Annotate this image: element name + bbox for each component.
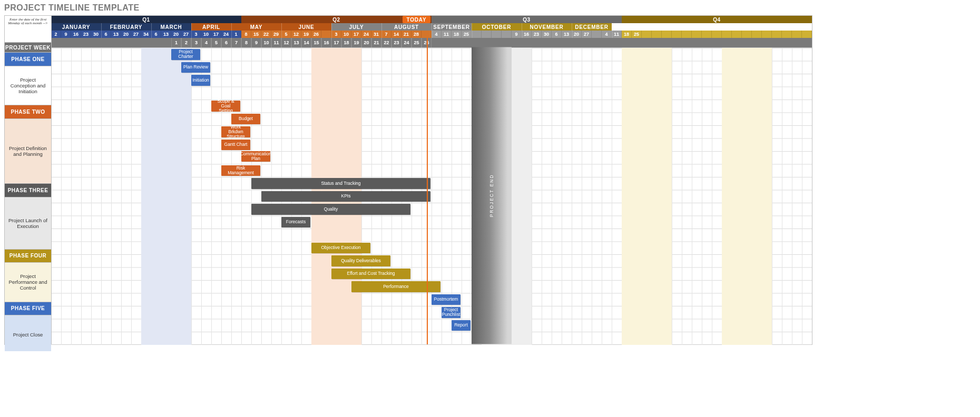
day-cell <box>732 31 742 38</box>
day-cell <box>662 31 672 38</box>
week-number: 11 <box>271 38 281 47</box>
day-cell: 27 <box>181 31 191 38</box>
month-shade <box>622 48 672 345</box>
day-cell <box>321 31 331 38</box>
task-bar: Effort and Cost Tracking <box>331 269 410 280</box>
day-cell <box>672 31 682 38</box>
task-bar: Initiation <box>191 75 210 86</box>
month-october: OCTOBER <box>472 23 522 31</box>
phase-desc: Project Close <box>5 315 51 351</box>
timeline-grid: Q1Q2Q3Q4 JANUARYFEBRUARYMARCHAPRILMAYJUN… <box>51 16 812 344</box>
timeline-header: Q1Q2Q3Q4 JANUARYFEBRUARYMARCHAPRILMAYJUN… <box>51 16 812 38</box>
week-number: 10 <box>261 38 271 47</box>
task-bar: Quality Deliverables <box>331 255 390 266</box>
phase-header: PHASE FOUR <box>5 250 51 263</box>
week-number: 1 <box>171 38 181 47</box>
day-cell: 29 <box>271 31 281 38</box>
day-cell <box>642 31 652 38</box>
day-cell: 24 <box>361 31 371 38</box>
today-marker: TODAY <box>403 16 430 23</box>
phase-desc: Project Definition and Planning <box>5 119 51 184</box>
day-cell: 16 <box>71 31 81 38</box>
day-cell <box>722 31 732 38</box>
day-cell: 26 <box>311 31 321 38</box>
task-bar: Communication Plan <box>241 151 270 162</box>
week-number: 12 <box>281 38 291 47</box>
gantt-chart: Enter the date of the first Monday of ea… <box>4 15 812 345</box>
week-number: 17 <box>331 38 341 47</box>
day-cell: 11 <box>442 31 452 38</box>
month-april: APRIL <box>191 23 231 31</box>
task-bar: Plan Review <box>181 62 210 73</box>
phase-header: PHASE THREE <box>5 184 51 197</box>
week-number: 18 <box>341 38 351 47</box>
week-number: 6 <box>221 38 231 47</box>
day-cell: 6 <box>101 31 111 38</box>
day-cell <box>752 31 762 38</box>
day-cell <box>592 31 602 38</box>
day-cell: 23 <box>532 31 542 38</box>
task-bar: Project Charter <box>171 49 200 60</box>
month-february: FEBRUARY <box>101 23 151 31</box>
month-june: JUNE <box>281 23 331 31</box>
task-bar: Work Brkdwn Structure <box>221 126 250 137</box>
month-september: SEPTEMBER <box>432 23 472 31</box>
day-cell: 13 <box>111 31 121 38</box>
day-cell <box>762 31 772 38</box>
day-cell: 27 <box>131 31 141 38</box>
week-number: 23 <box>391 38 401 47</box>
day-cell <box>712 31 722 38</box>
week-number: 24 <box>401 38 411 47</box>
task-bar: Quality <box>251 204 410 215</box>
day-cell: 18 <box>622 31 632 38</box>
day-cell <box>742 31 752 38</box>
day-cell: 13 <box>562 31 572 38</box>
day-cell: 20 <box>572 31 582 38</box>
week-number: 16 <box>321 38 331 47</box>
week-number: 2 <box>181 38 191 47</box>
day-cell <box>682 31 692 38</box>
week-number: 14 <box>301 38 311 47</box>
day-cell: 18 <box>452 31 462 38</box>
day-cell: 20 <box>121 31 131 38</box>
month-shade <box>141 48 191 345</box>
month-shade <box>722 48 772 345</box>
day-cell: 21 <box>401 31 411 38</box>
day-cell: 25 <box>462 31 472 38</box>
day-cell <box>692 31 702 38</box>
task-bar: Objective Execution <box>311 243 370 254</box>
week-number: 5 <box>211 38 221 47</box>
day-cell: 20 <box>171 31 181 38</box>
day-cell <box>702 31 712 38</box>
task-bar: Risk Management <box>221 165 260 176</box>
quarter-q1: Q1 <box>51 16 241 23</box>
week-number: 3 <box>191 38 201 47</box>
week-number: 22 <box>381 38 391 47</box>
day-cell <box>772 31 782 38</box>
page-title: PROJECT TIMELINE TEMPLATE <box>4 3 816 13</box>
day-cell: 4 <box>432 31 442 38</box>
phase-desc: Project Launch of Execution <box>5 197 51 250</box>
quarter-q3: Q3 <box>432 16 622 23</box>
task-bar: Status and Tracking <box>251 178 430 189</box>
day-cell: 30 <box>542 31 552 38</box>
day-cell <box>422 31 432 38</box>
day-cell: 22 <box>261 31 271 38</box>
month-november: NOVEMBER <box>522 23 572 31</box>
week-number: 25 <box>411 38 422 47</box>
day-cell <box>502 31 512 38</box>
month-december: DECEMBER <box>572 23 612 31</box>
day-cell: 10 <box>201 31 211 38</box>
week-number: 4 <box>201 38 211 47</box>
quarter-q4: Q4 <box>622 16 812 23</box>
day-cell: 12 <box>291 31 301 38</box>
week-number: 8 <box>241 38 251 47</box>
month-january: JANUARY <box>51 23 101 31</box>
day-cell: 11 <box>612 31 622 38</box>
day-cell: 13 <box>161 31 171 38</box>
day-cell: 24 <box>221 31 231 38</box>
week-number: 13 <box>291 38 301 47</box>
task-bar: Forecasts <box>281 217 310 228</box>
task-bar: Budget <box>231 114 260 125</box>
day-cell: 17 <box>351 31 361 38</box>
